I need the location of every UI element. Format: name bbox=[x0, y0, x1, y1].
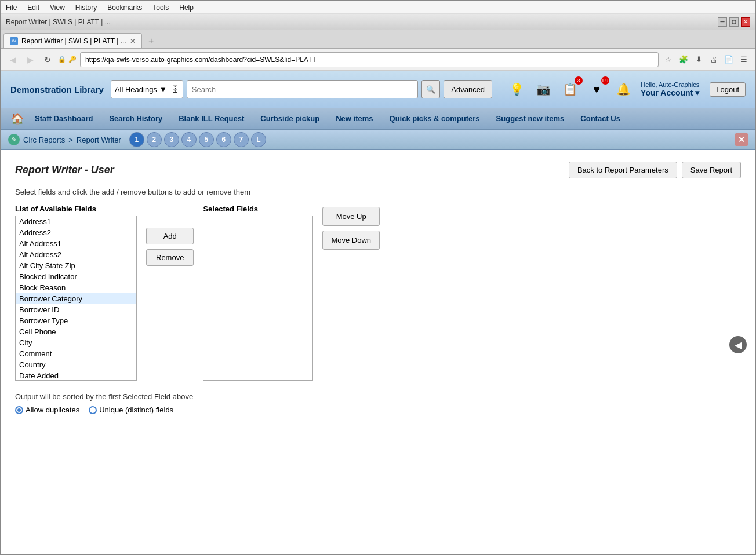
available-field-item[interactable]: Cell Phone bbox=[16, 326, 136, 337]
nav-curbside[interactable]: Curbside pickup bbox=[252, 109, 328, 127]
close-breadcrumb-button[interactable]: ✕ bbox=[735, 133, 748, 146]
reload-button[interactable]: ↻ bbox=[41, 53, 54, 67]
radio-allow-duplicates-circle[interactable] bbox=[15, 406, 23, 414]
radio-group: Allow duplicates Unique (distinct) field… bbox=[15, 406, 741, 414]
menu-help[interactable]: Help bbox=[175, 2, 198, 13]
page-header: Report Writer - User Back to Report Para… bbox=[15, 162, 741, 178]
step-7[interactable]: 7 bbox=[234, 132, 249, 147]
available-field-item[interactable]: Borrower ID bbox=[16, 304, 136, 315]
available-field-item[interactable]: Date Added bbox=[16, 370, 136, 381]
step-1[interactable]: 1 bbox=[129, 132, 144, 147]
window-title: Report Writer | SWLS | PLATT | ... bbox=[6, 18, 111, 26]
app-header: Demonstration Library All Headings ▼ 🗄 🔍… bbox=[1, 71, 755, 108]
browser-titlebar: Report Writer | SWLS | PLATT | ... ─ □ ✕ bbox=[1, 14, 755, 30]
nav-quick-picks[interactable]: Quick picks & computers bbox=[381, 109, 488, 127]
lightbulb-icon[interactable]: 💡 bbox=[506, 79, 527, 100]
radio-allow-duplicates-label: Allow duplicates bbox=[26, 406, 79, 414]
step-4[interactable]: 4 bbox=[181, 132, 197, 147]
step-L[interactable]: L bbox=[251, 132, 266, 147]
forward-button[interactable]: ▶ bbox=[23, 53, 37, 67]
maximize-button[interactable]: □ bbox=[729, 17, 739, 27]
available-field-item[interactable]: Alt City State Zip bbox=[16, 260, 136, 271]
available-field-item[interactable]: Alt Address1 bbox=[16, 238, 136, 249]
advanced-button[interactable]: Advanced bbox=[444, 80, 492, 98]
nav-bar: 🏠 Staff Dashboard Search History Blank I… bbox=[1, 108, 755, 130]
headings-label: All Headings bbox=[115, 85, 157, 94]
back-to-report-button[interactable]: Back to Report Parameters bbox=[569, 162, 677, 178]
available-field-item[interactable]: Borrower Category bbox=[16, 293, 136, 304]
camera-icon[interactable]: 📷 bbox=[533, 79, 554, 100]
header-icons: 💡 📷 📋 3 ♥ F9 🔔 bbox=[506, 79, 634, 100]
menu-edit[interactable]: Edit bbox=[23, 2, 44, 13]
headings-select[interactable]: All Headings ▼ 🗄 bbox=[111, 80, 183, 98]
radio-unique-fields[interactable]: Unique (distinct) fields bbox=[89, 406, 173, 414]
add-remove-buttons: Add Remove bbox=[141, 205, 198, 266]
browser-tab[interactable]: W Report Writer | SWLS | PLATT | ... ✕ bbox=[3, 33, 142, 48]
step-2[interactable]: 2 bbox=[147, 132, 162, 147]
menu-icon[interactable]: ☰ bbox=[737, 53, 750, 66]
nav-suggest[interactable]: Suggest new items bbox=[488, 109, 573, 127]
scroll-left-indicator[interactable]: ◀ bbox=[729, 336, 747, 353]
page-title: Report Writer - User bbox=[15, 164, 114, 176]
step-circles: 1 2 3 4 5 6 7 L bbox=[129, 132, 266, 147]
available-field-item[interactable]: Alt Address2 bbox=[16, 249, 136, 260]
bookmark-icon[interactable]: ☆ bbox=[662, 53, 675, 66]
move-up-button[interactable]: Move Up bbox=[322, 207, 380, 226]
search-icon: 🔍 bbox=[426, 85, 435, 94]
available-fields-list[interactable]: Address1Address2Alt Address1Alt Address2… bbox=[15, 216, 137, 381]
menu-bookmarks[interactable]: Bookmarks bbox=[103, 2, 147, 13]
nav-contact[interactable]: Contact Us bbox=[572, 109, 628, 127]
selected-fields-list[interactable] bbox=[203, 216, 313, 381]
bell-icon[interactable]: 🔔 bbox=[613, 79, 634, 100]
menu-tools[interactable]: Tools bbox=[148, 2, 173, 13]
menu-history[interactable]: History bbox=[71, 2, 101, 13]
breadcrumb-path1[interactable]: Circ Reports bbox=[23, 136, 65, 144]
breadcrumb-path2[interactable]: Report Writer bbox=[77, 136, 121, 144]
menu-file[interactable]: File bbox=[1, 2, 21, 13]
available-field-item[interactable]: City bbox=[16, 337, 136, 348]
tab-favicon: W bbox=[10, 37, 18, 45]
nav-blank-ill[interactable]: Blank ILL Request bbox=[170, 109, 252, 127]
step-3[interactable]: 3 bbox=[164, 132, 179, 147]
save-report-button[interactable]: Save Report bbox=[682, 162, 741, 178]
available-field-item[interactable]: Address2 bbox=[16, 227, 136, 238]
reader-icon[interactable]: 📄 bbox=[722, 53, 735, 66]
account-name: Your Account ▾ bbox=[641, 88, 699, 97]
available-field-item[interactable]: Blocked Indicator bbox=[16, 271, 136, 282]
url-input[interactable] bbox=[80, 52, 659, 67]
logout-button[interactable]: Logout bbox=[710, 82, 746, 97]
new-tab-button[interactable]: + bbox=[144, 34, 158, 48]
step-6[interactable]: 6 bbox=[216, 132, 231, 147]
menu-view[interactable]: View bbox=[45, 2, 70, 13]
radio-allow-duplicates[interactable]: Allow duplicates bbox=[15, 406, 79, 414]
available-field-item[interactable]: Block Reason bbox=[16, 282, 136, 293]
account-section[interactable]: Hello, Auto-Graphics Your Account ▾ bbox=[641, 81, 699, 97]
step-5[interactable]: 5 bbox=[199, 132, 214, 147]
extensions-icon[interactable]: 🧩 bbox=[677, 53, 690, 66]
selected-fields-label: Selected Fields bbox=[203, 205, 313, 213]
home-button[interactable]: 🏠 bbox=[8, 109, 27, 128]
available-field-item[interactable]: Country bbox=[16, 359, 136, 370]
nav-new-items[interactable]: New items bbox=[328, 109, 381, 127]
available-field-item[interactable]: Borrower Type bbox=[16, 315, 136, 326]
available-field-item[interactable]: Address1 bbox=[16, 216, 136, 227]
nav-staff-dashboard[interactable]: Staff Dashboard bbox=[27, 109, 101, 127]
search-input[interactable] bbox=[192, 85, 413, 94]
move-buttons: Move Up Move Down bbox=[322, 205, 380, 250]
search-button[interactable]: 🔍 bbox=[421, 80, 440, 98]
nav-search-history[interactable]: Search History bbox=[101, 109, 170, 127]
download-icon[interactable]: ⬇ bbox=[692, 53, 705, 66]
add-button[interactable]: Add bbox=[146, 228, 194, 244]
heart-icon[interactable]: ♥ F9 bbox=[586, 79, 607, 100]
close-button[interactable]: ✕ bbox=[741, 17, 750, 27]
minimize-button[interactable]: ─ bbox=[718, 17, 727, 27]
available-field-item[interactable]: Comment bbox=[16, 348, 136, 359]
instruction-text: Select fields and click the add / remove… bbox=[15, 188, 741, 196]
print-icon[interactable]: 🖨 bbox=[707, 53, 720, 66]
back-button[interactable]: ◀ bbox=[6, 53, 20, 67]
list-icon[interactable]: 📋 3 bbox=[559, 79, 580, 100]
tab-close-button[interactable]: ✕ bbox=[130, 37, 136, 45]
move-down-button[interactable]: Move Down bbox=[322, 231, 380, 250]
radio-unique-fields-circle[interactable] bbox=[89, 406, 97, 414]
remove-button[interactable]: Remove bbox=[146, 249, 194, 266]
